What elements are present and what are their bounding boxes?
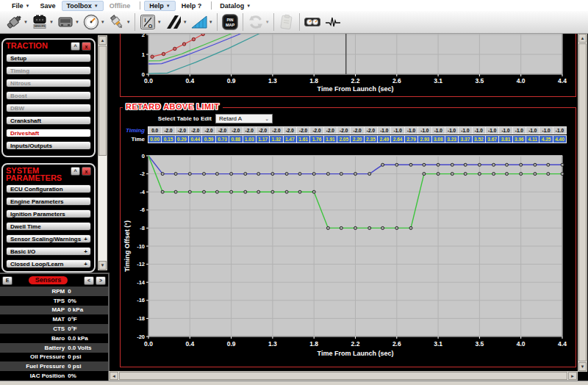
time-cell[interactable]: 0.44 (189, 136, 201, 143)
refresh-button[interactable]: ▼ (246, 12, 270, 32)
timing-cell[interactable]: -2.0 (229, 127, 242, 134)
pin-map-button[interactable]: PINMAP (220, 12, 240, 32)
sidebar-item-inputs-outputs[interactable]: Inputs/Outputs (6, 141, 91, 150)
timing-cell[interactable]: -2.0 (270, 127, 282, 134)
time-cell[interactable]: 1.32 (270, 136, 282, 143)
scroll-down-icon[interactable]: ▼ (98, 261, 107, 270)
sidebar-item-engine-parameters[interactable]: Engine Parameters (6, 197, 91, 206)
timing-cell[interactable]: -2.0 (176, 127, 188, 134)
dual-gauge-button[interactable] (303, 12, 322, 32)
injector-button[interactable]: ▼ (4, 12, 29, 32)
sensors-next-button[interactable]: > (96, 276, 106, 285)
time-cell[interactable]: 0.00 (148, 136, 161, 143)
time-cell[interactable]: 3.37 (459, 136, 471, 143)
timing-cell[interactable]: -1.0 (378, 127, 390, 134)
sidebar-item-closed-loop-learn[interactable]: Closed Loop/Learn+ (6, 259, 91, 268)
time-cell[interactable]: 2.93 (418, 136, 431, 143)
timing-cell[interactable]: -2.0 (297, 127, 309, 134)
time-cell[interactable]: 2.05 (337, 136, 350, 143)
timing-cell[interactable]: -2.0 (202, 127, 215, 134)
time-cell[interactable]: 3.08 (432, 136, 445, 143)
timing-cell[interactable]: -1.0 (432, 127, 445, 134)
scrollbar-thumb[interactable] (119, 372, 567, 380)
scrollbar-thumb[interactable] (98, 46, 107, 156)
menu-save[interactable]: Save (35, 1, 60, 10)
timing-cell[interactable]: -1.0 (405, 127, 417, 134)
timing-cell[interactable]: -2.0 (257, 127, 269, 134)
timing-cell[interactable]: -2.0 (310, 127, 323, 134)
time-cell[interactable]: 0.29 (176, 136, 188, 143)
sidebar-item-crankshaft[interactable]: Crankshaft (6, 116, 91, 125)
sensors-connector-button[interactable]: SENSORS▼ (30, 12, 54, 32)
time-cell[interactable]: 4.11 (526, 136, 539, 143)
timing-cell[interactable]: -2.0 (189, 127, 201, 134)
timing-cell[interactable]: -2.0 (243, 127, 256, 134)
sidebar-item-basic-i-o[interactable]: Basic I/O+ (6, 247, 91, 256)
sidebar-item-ecu-configuration[interactable]: ECU Configuration (6, 184, 91, 193)
scroll-up-icon[interactable]: ▲ (98, 36, 107, 45)
graph-wedge-button[interactable]: ▼ (190, 12, 214, 32)
close-panel-button[interactable]: x (82, 42, 91, 51)
stripes-button[interactable]: ▼ (164, 12, 188, 32)
menu-file[interactable]: File▼ (7, 1, 34, 10)
timing-cell[interactable]: -2.0 (365, 127, 377, 134)
scroll-up-icon[interactable]: ▲ (578, 34, 587, 43)
retard-plot[interactable]: 0-2-4-6-8-10-12-14-16-18-200.00.40.91.31… (121, 108, 576, 367)
sidebar-item-dwell-time[interactable]: Dwell Time (6, 222, 91, 231)
scrollbar-thumb[interactable] (578, 43, 587, 361)
scroll-left-icon[interactable]: ◄ (110, 372, 118, 380)
time-cell[interactable]: 1.03 (243, 136, 256, 143)
menu-help[interactable]: Help▼ (144, 1, 175, 11)
timing-cell[interactable]: -2.0 (216, 127, 229, 134)
timing-cell[interactable]: -1.0 (418, 127, 431, 134)
timing-cell[interactable]: -1.0 (539, 127, 552, 134)
time-cell[interactable]: 1.76 (310, 136, 323, 143)
sensors-edit-button[interactable]: E (2, 276, 12, 285)
sidebar-scrollbar[interactable]: ▲ ▼ (98, 35, 107, 270)
time-cell[interactable]: 4.25 (539, 136, 552, 143)
sidebar-item-driveshaft[interactable]: Driveshaft (6, 129, 91, 137)
timing-cell[interactable]: -2.0 (162, 127, 174, 134)
table-select[interactable]: Retard A ⌄ (215, 114, 273, 123)
time-cell[interactable]: 0.73 (216, 136, 229, 143)
close-panel-button[interactable]: x (82, 167, 91, 176)
time-cell[interactable]: 3.23 (445, 136, 458, 143)
time-cell[interactable]: 1.61 (297, 136, 309, 143)
timing-cell[interactable]: -1.0 (513, 127, 526, 134)
timing-cell[interactable]: -1.0 (391, 127, 404, 134)
sidebar-item-ignition-parameters[interactable]: Ignition Parameters (6, 209, 91, 218)
ecu-module-button[interactable]: ▼ (56, 12, 80, 32)
pulse-button[interactable] (323, 12, 343, 32)
time-cell[interactable]: 1.17 (257, 136, 269, 143)
timing-cell[interactable]: -1.0 (526, 127, 539, 134)
vertical-scrollbar[interactable]: ▲ ▼ (578, 33, 587, 372)
spark-plug-button[interactable]: ▼ (107, 12, 132, 32)
sensors-prev-button[interactable]: < (84, 276, 94, 285)
collapse-panel-button[interactable]: ^ (71, 42, 80, 51)
sidebar-item-sensor-scaling-warnings[interactable]: Sensor Scaling/Warnings+ (6, 234, 91, 243)
timing-cell[interactable]: -2.0 (337, 127, 350, 134)
scroll-down-icon[interactable]: ▼ (578, 362, 587, 371)
time-cell[interactable]: 2.49 (378, 136, 390, 143)
scroll-right-icon[interactable]: ► (568, 372, 577, 380)
timing-cell[interactable]: -1.0 (486, 127, 498, 134)
time-cell[interactable]: 2.35 (365, 136, 377, 143)
io-button[interactable]: IO▼ (138, 12, 162, 32)
timing-cell[interactable]: -1.0 (499, 127, 512, 134)
collapse-panel-button[interactable]: ^ (71, 167, 80, 176)
clipboard-button[interactable] (277, 12, 296, 32)
timing-cell[interactable]: -1.0 (473, 127, 485, 134)
time-cell[interactable]: 0.59 (202, 136, 215, 143)
time-cell[interactable]: 0.88 (229, 136, 242, 143)
menu-datalog[interactable]: Datalog▼ (215, 1, 255, 10)
time-cell[interactable]: 2.20 (351, 136, 363, 143)
time-cell[interactable]: 1.91 (324, 136, 337, 143)
time-cell[interactable]: 2.64 (391, 136, 404, 143)
timing-cell[interactable]: -2.0 (351, 127, 363, 134)
menu-help[interactable]: Help ? (177, 1, 207, 10)
time-cell[interactable]: 4.40 (553, 136, 566, 143)
timing-cell[interactable]: -1.0 (459, 127, 471, 134)
launch-overview-chart[interactable]: 0120.00.40.91.31.82.22.63.13.54.04.4Time… (120, 33, 576, 97)
time-cell[interactable]: 3.67 (486, 136, 498, 143)
horizontal-scrollbar[interactable]: ◄ ► (109, 371, 578, 381)
